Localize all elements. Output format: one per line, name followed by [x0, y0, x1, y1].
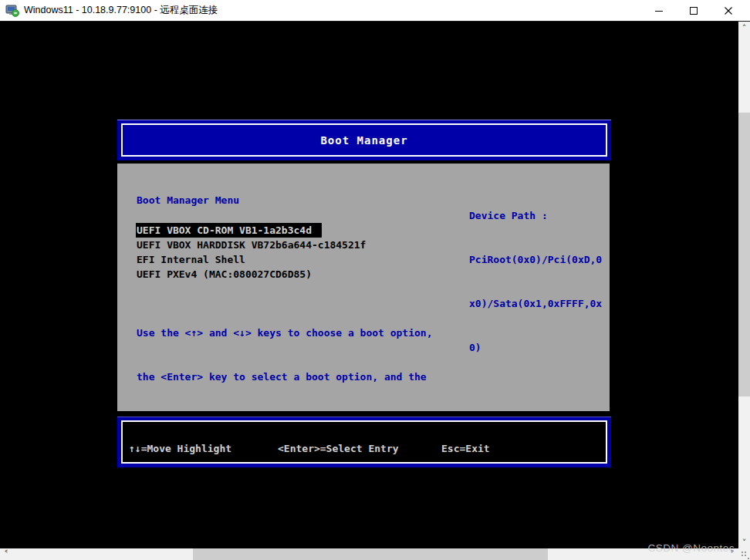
close-button[interactable]: [711, 0, 745, 21]
device-path-line-3: 0): [469, 340, 602, 355]
boot-manager-title: Boot Manager: [320, 134, 407, 147]
minimize-button[interactable]: [641, 0, 676, 21]
maximize-button[interactable]: [676, 0, 711, 21]
boot-manager-panel: Boot Manager Menu UEFI VBOX CD-ROM VB1-1…: [117, 164, 610, 411]
scroll-right-icon[interactable]: ˃: [726, 548, 738, 560]
horizontal-scrollbar[interactable]: ˂ ˃: [0, 548, 738, 560]
remote-screen: Boot Manager Boot Manager Menu UEFI VBOX…: [0, 22, 738, 548]
rdp-window: Windows11 - 10.18.9.77:9100 - 远程桌面连接: [0, 0, 750, 560]
device-path-info: Device Path : PciRoot(0x0)/Pci(0xD,0 x0)…: [469, 179, 602, 384]
rdp-icon: [5, 5, 19, 17]
boot-entry-efi-shell[interactable]: EFI Internal Shell: [137, 252, 245, 267]
close-icon: [724, 6, 733, 15]
boot-footer-bar: ↑↓=Move Highlight <Enter>=Select Entry E…: [117, 417, 611, 467]
boot-help-line-1: Use the <↑> and <↓> keys to choose a boo…: [137, 326, 433, 340]
boot-menu-heading: Boot Manager Menu: [137, 194, 239, 206]
scroll-left-icon[interactable]: ˂: [0, 548, 12, 560]
boot-entry-cdrom[interactable]: UEFI VBOX CD-ROM VB1-1a2b3c4d: [136, 223, 322, 238]
boot-footer-inner: ↑↓=Move Highlight <Enter>=Select Entry E…: [121, 420, 607, 464]
boot-entry-pxe[interactable]: UEFI PXEv4 (MAC:080027CD6D85): [137, 267, 312, 282]
scroll-up-icon[interactable]: ˄: [738, 22, 750, 34]
minimize-icon: [654, 6, 664, 15]
scroll-down-icon[interactable]: ˅: [738, 536, 750, 548]
boot-manager-title-border: Boot Manager: [121, 123, 607, 157]
boot-help-line-2: the <Enter> key to select a boot option,…: [137, 369, 433, 384]
vertical-scrollbar[interactable]: ˄ ˅: [738, 22, 750, 548]
boot-manager-title-box: Boot Manager: [117, 120, 611, 160]
titlebar: Windows11 - 10.18.9.77:9100 - 远程桌面连接: [0, 0, 750, 22]
horizontal-scroll-thumb[interactable]: [193, 548, 548, 560]
device-path-line-1: PciRoot(0x0)/Pci(0xD,0: [469, 252, 602, 267]
footer-move-highlight-hint: ↑↓=Move Highlight: [129, 443, 231, 454]
footer-select-entry-hint: <Enter>=Select Entry: [278, 443, 399, 454]
resize-grip[interactable]: [738, 548, 750, 560]
footer-exit-hint: Esc=Exit: [441, 443, 490, 454]
vertical-scroll-thumb[interactable]: [738, 113, 750, 396]
window-controls: [641, 0, 745, 21]
boot-entry-harddisk[interactable]: UEFI VBOX HARDDISK VB72b6a644-c184521f: [137, 238, 366, 252]
device-path-heading: Device Path :: [469, 208, 602, 223]
window-title: Windows11 - 10.18.9.77:9100 - 远程桌面连接: [24, 4, 218, 17]
maximize-icon: [689, 6, 698, 15]
device-path-line-2: x0)/Sata(0x1,0xFFFF,0x: [469, 296, 602, 311]
